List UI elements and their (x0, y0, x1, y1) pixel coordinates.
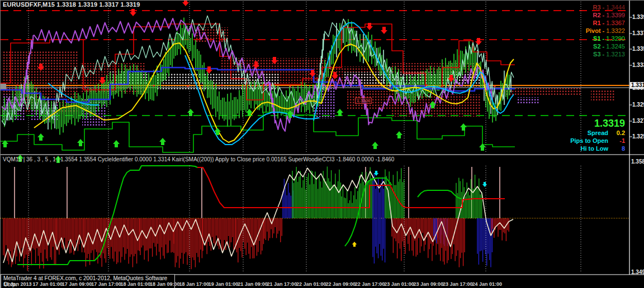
vq-green-line (17, 166, 197, 265)
quote-row-spread: Spread0.2 (570, 129, 625, 137)
buy-arrow-icon (159, 138, 166, 145)
quote-info-panel: 1.3319 Spread0.2Pips to Open-1Hi to Low8 (570, 118, 625, 152)
sell-arrow-icon (381, 27, 387, 34)
buy-arrow-icon (372, 142, 378, 149)
signal-up-arrow-icon (352, 242, 357, 247)
pivot-level-r1: R1 - 1.3367 (586, 19, 625, 27)
time-axis-label: 17 Jan 17:00 (91, 281, 121, 287)
price-scale-label: 1.3335 (632, 62, 644, 68)
indicator-scale-min: 1.3491 (631, 269, 644, 275)
price-scale-label: 1.3395 (632, 14, 644, 20)
signal-dot (494, 85, 495, 87)
chart-symbol-title: EURUSDFXF,M15 1.3318 1.3319 1.3317 1.331… (3, 1, 140, 8)
buy-arrow-icon (113, 140, 120, 147)
pivot-levels-panel: R3 - 1.3444R2 - 1.3399R1 - 1.3367Pivot -… (586, 3, 625, 58)
price-scale-label: 1.3355 (632, 46, 644, 52)
time-axis-label: 21 Jan 09:00 (238, 281, 268, 287)
sell-arrow-icon (206, 66, 212, 74)
time-axis-label: 22 Jan 01:00 (296, 281, 326, 287)
time-axis-label: 18 Jan 09:00 (150, 281, 180, 287)
time-axis-label: 17 Jan 01:00 (32, 281, 63, 287)
signal-down-arrow-icon (482, 182, 487, 187)
sell-arrow-icon (182, 1, 189, 6)
signal-dot (187, 85, 188, 87)
indicator-title: VQM15 | 36 , 3 , 5 , 1 | 1.3554 1.3554 C… (3, 156, 394, 162)
pivot-level-s2: S2 - 1.3245 (586, 42, 625, 50)
current-price-tag: 1.3319 (630, 82, 644, 89)
time-axis-label: 22 Jan 17:00 (355, 281, 385, 287)
pivot-level-r3: R3 - 1.3444 (586, 3, 625, 11)
pivot-level-r2: R2 - 1.3399 (586, 11, 625, 19)
time-axis-label: 22 Jan 09:00 (325, 281, 356, 287)
chart-canvas[interactable] (1, 1, 644, 288)
time-axis-label: 18 Jan 01:00 (121, 281, 151, 287)
red-dotted-cloud (346, 91, 399, 109)
price-scale-label: 1.3295 (632, 102, 644, 108)
time-axis-label: 17 Jan 09:00 (62, 281, 92, 287)
order-price-label: 1.3306 (355, 98, 372, 104)
signal-dot (84, 85, 86, 87)
purple-dotted-cloud (518, 97, 539, 104)
time-axis-label: 23 Jan 01:00 (384, 281, 414, 287)
buy-arrow-icon (460, 123, 467, 131)
signal-dot (16, 84, 18, 86)
indicator-scale-max: 1.3587 (631, 159, 644, 165)
quote-row-pips-to-open: Pips to Open-1 (570, 137, 625, 145)
time-axis-label: 16 Jan 2013 (3, 281, 32, 287)
price-scale-label: 1.3255 (632, 133, 644, 140)
vq-green-line (418, 190, 461, 199)
pivot-level-s3: S3 - 1.3213 (586, 50, 625, 58)
signal-dot (221, 84, 222, 86)
buy-arrow-icon (396, 131, 402, 138)
time-axis-label: 21 Jan 17:00 (267, 281, 297, 287)
red-dotted-cloud (506, 88, 582, 95)
signal-dot (425, 84, 427, 86)
left-price-marker (1, 84, 6, 89)
red-dotted-cloud (591, 90, 614, 101)
time-axis-label: 23 Jan 17:00 (443, 281, 473, 287)
time-axis-label: 23 Jan 09:00 (414, 281, 444, 287)
mt4-window: EURUSDFXF,M15 1.3318 1.3319 1.3317 1.331… (0, 0, 644, 288)
pivot-level-s1: S1 - 1.3290 (586, 35, 625, 42)
sell-arrow-icon (475, 38, 482, 45)
signal-dot (153, 85, 154, 87)
sell-arrow-icon (130, 9, 136, 16)
green-stepped-line (1, 112, 515, 152)
pivot-level-pivot: Pivot - 1.3322 (586, 27, 625, 35)
current-price-readout: 1.3319 (570, 118, 625, 129)
time-axis-label: 24 Jan 01:00 (472, 281, 502, 287)
signal-dot (289, 85, 291, 87)
buy-arrow-icon (77, 139, 84, 146)
time-axis-label: 18 Jan 17:00 (179, 281, 209, 287)
price-scale-label: 1.3375 (632, 30, 644, 36)
buy-arrow-icon (37, 133, 44, 141)
price-scale-label: 1.3275 (632, 118, 644, 124)
quote-row-hi-to-low: Hi to Low8 (570, 145, 625, 152)
time-axis-label: 19 Jan 01:00 (209, 281, 239, 287)
